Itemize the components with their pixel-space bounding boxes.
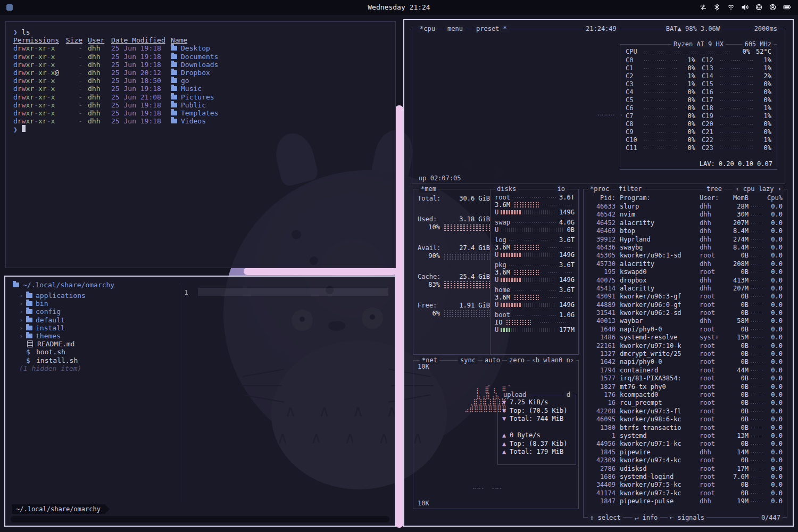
net-sync-button[interactable]: sync	[458, 356, 478, 364]
process-row[interactable]: 1827 mt76-tx phy0 root 0B 0.0	[588, 383, 783, 391]
mem-cell: 0B	[725, 456, 749, 464]
wifi-icon[interactable]	[727, 4, 735, 11]
screencast-icon[interactable]	[700, 4, 706, 11]
net-auto-button[interactable]: auto	[483, 356, 502, 364]
proc-tab[interactable]: *proc	[588, 185, 611, 193]
process-row[interactable]: 1640 napi/phy0-0 root 0B 0.0	[588, 326, 783, 334]
process-row[interactable]: 43091 kworker/u96:3-gf root 0B 0.0	[588, 293, 783, 301]
process-row[interactable]: 1577 irq/81-PIXA3854: root 0B 0.0	[588, 375, 783, 383]
bluetooth-icon[interactable]	[713, 4, 720, 11]
filter-button[interactable]: filter	[617, 185, 644, 193]
process-row[interactable]: 16 rcu_preempt root 0B 0.0	[588, 399, 783, 407]
user-cell: root	[700, 383, 725, 391]
mem-cell: 8.4M	[725, 227, 749, 235]
process-row[interactable]: 1686 systemd-logind root 7.6M 0.0	[588, 473, 783, 481]
battery-icon[interactable]	[783, 4, 792, 11]
core-meter	[644, 140, 678, 140]
mem-cell: 13M	[725, 432, 749, 440]
process-row[interactable]: 1 systemd root 13M 0.0	[588, 432, 783, 440]
file-tree-item[interactable]: (1 hidden item)	[19, 364, 86, 372]
file-tree-item[interactable]: install.sh	[19, 356, 86, 364]
process-row[interactable]: 46436 swaybg dhh 8.4M 0.0	[588, 244, 783, 252]
process-row[interactable]: 1642 napi/phy0-0 root 0B 0.0	[588, 358, 783, 366]
process-row[interactable]: 40013 waybar dhh 58M 0.0	[588, 317, 783, 325]
process-row[interactable]: 45414 alacritty dhh 207M 0.0	[588, 285, 783, 293]
process-row[interactable]: 46633 slurp dhh 28M 0.0	[588, 203, 783, 211]
file-tree-item[interactable]: themes	[19, 332, 86, 340]
disk-name-line: root 3.6T	[495, 194, 575, 201]
info-hint[interactable]: ↵ info	[633, 514, 660, 521]
process-row[interactable]: 1486 systemd-resolve syst+ 15M 0.0	[588, 334, 783, 342]
user-cell: root	[700, 367, 725, 375]
file-tree-item[interactable]: default	[19, 316, 86, 324]
file-tree-item[interactable]: applications	[19, 292, 86, 300]
net-speed-row: ▼ Total: 744 MiB	[502, 415, 571, 423]
user-icon[interactable]	[769, 4, 776, 11]
pid-cell: 1845	[588, 448, 620, 456]
io-mode-button[interactable]: io	[555, 185, 567, 193]
file-tree-item[interactable]: install	[19, 324, 86, 332]
cpu-mini-meter	[751, 321, 764, 322]
signals-hint[interactable]: ← signals	[668, 514, 706, 521]
cpu-cell: 0.0	[767, 465, 783, 473]
file-tree-item[interactable]: README.md	[19, 340, 86, 348]
net-zero-button[interactable]: zero	[507, 356, 527, 364]
file-tree-item[interactable]: config	[19, 307, 86, 315]
process-row[interactable]: 45305 kworker/u96:1-sd root 0B 0.0	[588, 252, 783, 260]
net-device-switcher[interactable]: ‹b wlan0 n›	[530, 356, 576, 364]
process-row[interactable]: 46469 btop dhh 8.4M 0.0	[588, 227, 783, 235]
process-row[interactable]: 1847 pipewire-pulse dhh 19M 0.0	[588, 497, 783, 505]
upload-label: upload	[501, 391, 528, 398]
net-speed-row	[502, 423, 571, 432]
process-row[interactable]: 34409 kworker/u97:5-kc root 0B 0.0	[588, 481, 783, 489]
process-row[interactable]: 22161 kworker/u97:10-k root 0B 0.0	[588, 342, 783, 350]
cpu-tab[interactable]: *cpu	[418, 25, 437, 32]
mem-tab[interactable]: *mem	[419, 185, 438, 193]
process-row[interactable]: 195 kswapd0 root 0B 0.0	[588, 268, 783, 276]
cpu-mini-meter	[751, 460, 764, 461]
cpu-cell: 0.0	[767, 481, 783, 489]
process-row[interactable]: 44889 kworker/u96:0-gf root 0B 0.0	[588, 301, 783, 309]
mem-cell: 0B	[725, 293, 749, 301]
file-tree-item[interactable]: bin	[19, 300, 86, 307]
process-row[interactable]: 42309 kworker/u97:4-kc root 0B 0.0	[588, 456, 783, 464]
process-row[interactable]: 46542 nvim dhh 30M 0.0	[588, 211, 783, 219]
cpu-mini-meter	[751, 272, 764, 272]
process-row[interactable]: 1327 dmcrypt_write/25 root 0B 0.0	[588, 350, 783, 358]
process-row[interactable]: 45730 alacritty dhh 208M 0.0	[588, 260, 783, 268]
process-row[interactable]: 1380 btrfs-transactio root 0B 0.0	[588, 424, 783, 432]
tree-button[interactable]: tree	[704, 185, 724, 193]
net-tab[interactable]: *net	[420, 356, 439, 364]
new-prompt-line[interactable]: ❯	[13, 125, 388, 133]
process-row[interactable]: 31541 kworker/u96:2-sd root 0B 0.0	[588, 309, 783, 317]
process-row[interactable]: 46095 kworker/u98:6-kc root 0B 0.0	[588, 415, 783, 423]
name-cell: go	[171, 77, 388, 85]
process-row[interactable]: 46452 alacritty dhh 207M 0.0	[588, 219, 783, 227]
cpu-mini-meter	[751, 247, 764, 248]
volume-icon[interactable]	[742, 4, 749, 11]
core-row: C19 1%	[702, 112, 771, 120]
file-tree-item[interactable]: boot.sh	[19, 348, 86, 356]
preset-button[interactable]: preset *	[474, 25, 509, 32]
process-row[interactable]: 176 kcompactd0 root 0B 0.0	[588, 391, 783, 399]
process-row[interactable]: 44956 kworker/u97:1-kc root 0B 0.0	[588, 440, 783, 448]
process-row[interactable]: 39912 Hyprland dhh 274M 0.0	[588, 236, 783, 244]
permissions-cell: drwxr-xr-x	[13, 85, 64, 93]
process-row[interactable]: 40075 dropbox dhh 413M 0.0	[588, 277, 783, 285]
statusbar-path[interactable]: ~/.local/share/omarchy	[12, 504, 105, 514]
process-row[interactable]: 42208 kworker/u97:3-fl root 0B 0.0	[588, 408, 783, 415]
process-row[interactable]: 41174 kworker/u97:7-kc root 0B 0.0	[588, 489, 783, 497]
program-cell: rcu_preempt	[620, 399, 700, 407]
core-meter	[644, 116, 678, 117]
pid-cell: 1642	[588, 358, 620, 366]
process-row[interactable]: 1845 pipewire dhh 14M 0.0	[588, 448, 783, 456]
program-cell: kworker/u97:3-fl	[620, 408, 700, 415]
menu-button[interactable]: menu	[445, 25, 465, 32]
network-icon[interactable]	[755, 4, 762, 11]
col-header-permissions: Permissions	[13, 36, 64, 44]
process-row[interactable]: 2786 udisksd root 17M 0.0	[588, 465, 783, 473]
sort-column-switcher[interactable]: ‹ cpu lazy ›	[733, 185, 784, 193]
disks-tab[interactable]: disks	[495, 185, 518, 193]
select-hint[interactable]: ↕ select	[588, 514, 623, 521]
process-row[interactable]: 1794 containerd root 44M 0.0	[588, 367, 783, 375]
